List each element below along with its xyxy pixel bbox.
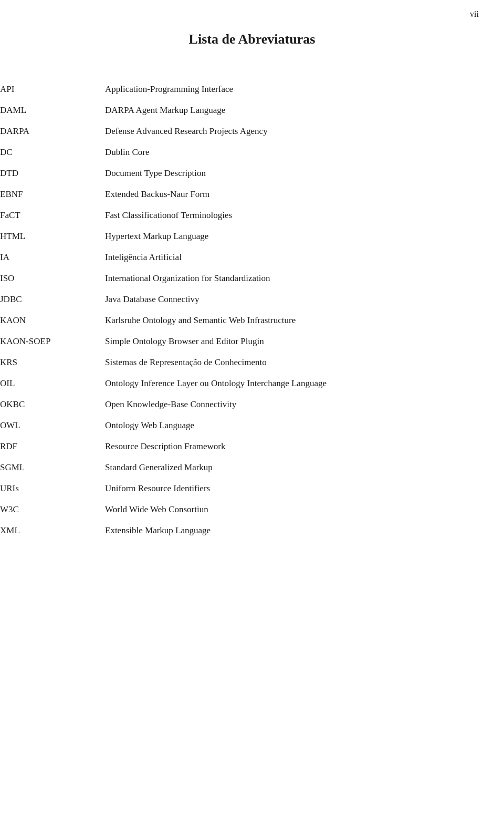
table-row: URIsUniform Resource Identifiers — [0, 478, 504, 499]
abbreviation-definition: Extended Backus-Naur Form — [105, 184, 504, 205]
table-row: DARPADefense Advanced Research Projects … — [0, 121, 504, 142]
abbreviation-definition: Extensible Markup Language — [105, 520, 504, 541]
table-row: KAONKarlsruhe Ontology and Semantic Web … — [0, 310, 504, 331]
abbreviation-definition: Application-Programming Interface — [105, 79, 504, 100]
abbreviation-abbr: KAON-SOEP — [0, 331, 105, 352]
abbreviation-definition: Document Type Description — [105, 163, 504, 184]
abbreviation-definition: DARPA Agent Markup Language — [105, 100, 504, 121]
abbreviation-definition: Open Knowledge-Base Connectivity — [105, 394, 504, 415]
table-row: DCDublin Core — [0, 142, 504, 163]
abbreviation-definition: Simple Ontology Browser and Editor Plugi… — [105, 331, 504, 352]
abbreviation-definition: Standard Generalized Markup — [105, 457, 504, 478]
table-row: KRSSistemas de Representação de Conhecim… — [0, 352, 504, 373]
abbreviation-definition: Defense Advanced Research Projects Agenc… — [105, 121, 504, 142]
abbreviation-abbr: W3C — [0, 499, 105, 520]
abbreviation-definition: International Organization for Standardi… — [105, 268, 504, 289]
table-row: RDFResource Description Framework — [0, 436, 504, 457]
abbreviation-abbr: DTD — [0, 163, 105, 184]
abbreviation-definition: Ontology Web Language — [105, 415, 504, 436]
abbreviation-definition: Dublin Core — [105, 142, 504, 163]
table-row: W3CWorld Wide Web Consortiun — [0, 499, 504, 520]
table-row: OWLOntology Web Language — [0, 415, 504, 436]
abbreviation-abbr: FaCT — [0, 205, 105, 226]
table-row: KAON-SOEPSimple Ontology Browser and Edi… — [0, 331, 504, 352]
abbreviation-definition: Hypertext Markup Language — [105, 226, 504, 247]
table-row: OKBCOpen Knowledge-Base Connectivity — [0, 394, 504, 415]
abbreviation-abbr: OKBC — [0, 394, 105, 415]
abbreviation-abbr: KRS — [0, 352, 105, 373]
abbreviation-abbr: HTML — [0, 226, 105, 247]
table-row: FaCTFast Classificationof Terminologies — [0, 205, 504, 226]
abbreviation-abbr: SGML — [0, 457, 105, 478]
abbreviation-abbr: DARPA — [0, 121, 105, 142]
table-row: ISOInternational Organization for Standa… — [0, 268, 504, 289]
abbreviation-abbr: DAML — [0, 100, 105, 121]
table-row: EBNFExtended Backus-Naur Form — [0, 184, 504, 205]
table-row: SGMLStandard Generalized Markup — [0, 457, 504, 478]
abbreviation-abbr: OWL — [0, 415, 105, 436]
abbreviation-definition: Inteligência Artificial — [105, 247, 504, 268]
abbreviation-abbr: EBNF — [0, 184, 105, 205]
abbreviation-definition: World Wide Web Consortiun — [105, 499, 504, 520]
abbreviation-abbr: JDBC — [0, 289, 105, 310]
table-row: APIApplication-Programming Interface — [0, 79, 504, 100]
abbreviation-abbr: XML — [0, 520, 105, 541]
abbreviation-definition: Sistemas de Representação de Conheciment… — [105, 352, 504, 373]
abbreviation-abbr: URIs — [0, 478, 105, 499]
abbreviation-abbr: OIL — [0, 373, 105, 394]
abbreviation-abbr: IA — [0, 247, 105, 268]
abbreviation-definition: Uniform Resource Identifiers — [105, 478, 504, 499]
abbreviation-definition: Fast Classificationof Terminologies — [105, 205, 504, 226]
page-title: Lista de Abreviaturas — [0, 32, 504, 47]
abbreviation-definition: Java Database Connectivy — [105, 289, 504, 310]
abbreviation-abbr: KAON — [0, 310, 105, 331]
table-row: XMLExtensible Markup Language — [0, 520, 504, 541]
table-row: JDBCJava Database Connectivy — [0, 289, 504, 310]
abbreviation-abbr: API — [0, 79, 105, 100]
abbreviation-definition: Resource Description Framework — [105, 436, 504, 457]
abbreviation-definition: Ontology Inference Layer ou Ontology Int… — [105, 373, 504, 394]
abbreviation-definition: Karlsruhe Ontology and Semantic Web Infr… — [105, 310, 504, 331]
table-row: DAMLDARPA Agent Markup Language — [0, 100, 504, 121]
table-row: DTDDocument Type Description — [0, 163, 504, 184]
abbreviation-abbr: ISO — [0, 268, 105, 289]
abbreviation-abbr: DC — [0, 142, 105, 163]
abbreviation-abbr: RDF — [0, 436, 105, 457]
table-row: IAInteligência Artificial — [0, 247, 504, 268]
abbreviations-table: APIApplication-Programming InterfaceDAML… — [0, 79, 504, 541]
page-number: vii — [470, 9, 479, 19]
table-row: HTMLHypertext Markup Language — [0, 226, 504, 247]
table-row: OILOntology Inference Layer ou Ontology … — [0, 373, 504, 394]
